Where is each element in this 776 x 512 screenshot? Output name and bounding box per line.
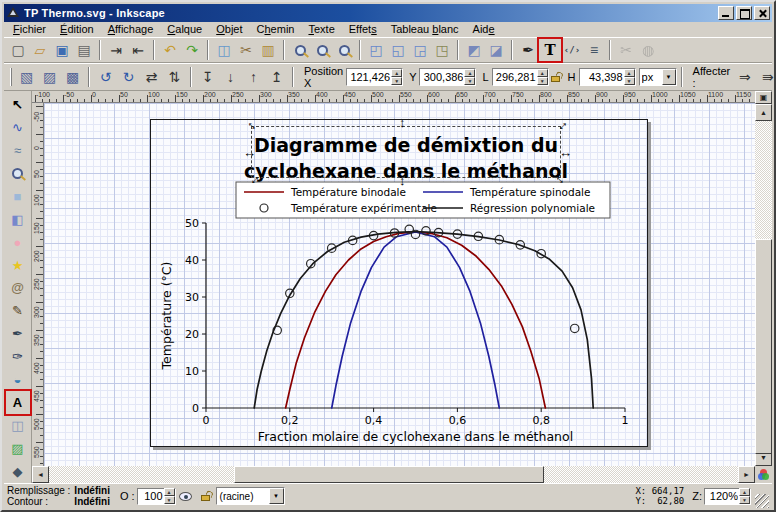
current-layer-select[interactable]: (racine) <box>217 491 269 502</box>
height-input[interactable] <box>580 70 624 84</box>
width-input[interactable] <box>493 70 537 84</box>
zoom-input[interactable] <box>705 489 739 503</box>
close-button[interactable] <box>754 6 770 20</box>
paste-icon[interactable]: ▥ <box>257 39 279 61</box>
lower-to-bottom-icon[interactable]: ↧ <box>196 66 219 89</box>
undo-icon[interactable]: ↶ <box>159 39 181 61</box>
ellipse-tool-icon[interactable]: ● <box>6 231 30 254</box>
paste-in-place-icon[interactable]: ◳ <box>431 39 453 61</box>
vertical-ruler[interactable]: -50050100150200250300350400450500550600 <box>32 103 44 466</box>
paint-bucket-tool-icon[interactable]: ◒ <box>6 368 30 391</box>
scale-handle-icon[interactable]: ↕ <box>399 116 406 129</box>
scroll-up-icon[interactable]: ▲ <box>755 104 772 121</box>
deselect-icon[interactable]: ▩ <box>61 66 84 89</box>
position-x-stepper[interactable]: ▲▼ <box>391 69 402 85</box>
select-all-layers-icon[interactable]: ▨ <box>38 66 61 89</box>
flip-vertical-icon[interactable]: ⇅ <box>163 66 186 89</box>
layer-dropdown-icon[interactable]: ▼ <box>269 488 284 504</box>
zoom-page-icon[interactable] <box>333 39 355 61</box>
create-clone-icon[interactable]: ◱ <box>387 39 409 61</box>
menu-fichier[interactable]: Fichier <box>6 22 53 37</box>
menu-calque[interactable]: Calque <box>160 22 209 37</box>
unit-dropdown-icon[interactable]: ▼ <box>662 69 676 85</box>
print-document-icon[interactable]: ▤ <box>73 39 95 61</box>
opacity-stepper[interactable]: ▲▼ <box>164 488 175 504</box>
hscroll-thumb[interactable] <box>234 466 544 483</box>
menu--dition[interactable]: Édition <box>53 22 101 37</box>
menu-objet[interactable]: Objet <box>209 22 249 37</box>
maximize-button[interactable] <box>736 6 752 20</box>
xml-editor-icon[interactable]: ‹/› <box>561 39 583 61</box>
menu-tableau-blanc[interactable]: Tableau blanc <box>384 22 466 37</box>
scale-handle-icon[interactable]: ↕ <box>399 174 406 187</box>
new-document-icon[interactable]: ▢ <box>7 39 29 61</box>
scale-handle-icon[interactable]: ↔ <box>559 146 572 159</box>
raise-to-top-icon[interactable]: ↥ <box>265 66 288 89</box>
menu-aide[interactable]: Aide <box>466 22 502 37</box>
lower-one-step-icon[interactable]: ↓ <box>219 66 242 89</box>
zoom-selection-icon[interactable] <box>289 39 311 61</box>
zoom-stepper[interactable]: ▲▼ <box>739 488 750 504</box>
spiral-tool-icon[interactable]: @ <box>6 277 30 300</box>
position-y-stepper[interactable]: ▲▼ <box>464 69 475 85</box>
text-tool-icon[interactable]: A <box>6 391 30 414</box>
connector-tool-icon[interactable]: ◫ <box>6 414 30 437</box>
vscroll-thumb[interactable] <box>755 239 772 454</box>
layer-lock-icon[interactable] <box>197 487 215 505</box>
edit-clips-dialog-icon[interactable]: ◪ <box>485 39 507 61</box>
import-bitmap-icon[interactable]: ⇥ <box>105 39 127 61</box>
unit-select[interactable] <box>640 70 662 84</box>
zoom-drawing-icon[interactable] <box>311 39 333 61</box>
copy-icon[interactable]: ◫ <box>213 39 235 61</box>
resize-grip[interactable] <box>755 494 769 508</box>
color-management-corner[interactable] <box>755 466 772 483</box>
export-bitmap-icon[interactable]: ⇤ <box>127 39 149 61</box>
rectangle-tool-icon[interactable]: ■ <box>6 185 30 208</box>
bezier-pen-tool-icon[interactable]: ✒ <box>6 322 30 345</box>
selector-tool-icon[interactable]: ↖ <box>6 93 30 116</box>
affect-scale-icon[interactable]: ⇛ <box>756 66 776 89</box>
dropper-tool-icon[interactable]: ◆ <box>6 460 30 483</box>
select-all-icon[interactable]: ▧ <box>15 66 38 89</box>
document-page[interactable]: 00,20,40,60,8101020304050Fraction molair… <box>150 119 648 447</box>
width-stepper[interactable]: ▲▼ <box>537 69 548 85</box>
rotate-ccw-icon[interactable]: ↺ <box>94 66 117 89</box>
scroll-right-icon[interactable]: ► <box>738 466 755 483</box>
position-y-input[interactable] <box>420 70 464 84</box>
edit-paths-dialog-icon[interactable]: ◩ <box>463 39 485 61</box>
menu-chemin[interactable]: Chemin <box>250 22 302 37</box>
menu-texte[interactable]: Texte <box>301 22 341 37</box>
horizontal-scrollbar[interactable]: ◄ ► <box>32 466 755 483</box>
affect-move-icon[interactable]: ⇒ <box>733 66 756 89</box>
text-dialog-icon[interactable]: T <box>539 39 561 61</box>
position-x-input[interactable] <box>347 70 391 84</box>
opacity-input[interactable] <box>138 489 164 503</box>
open-document-icon[interactable]: ▱ <box>29 39 51 61</box>
tweak-tool-icon[interactable]: ≈ <box>6 139 30 162</box>
menu-affichage[interactable]: Affichage <box>101 22 161 37</box>
redo-icon[interactable]: ↷ <box>181 39 203 61</box>
vertical-scrollbar[interactable]: ▣ ▲ ▼ <box>755 91 772 466</box>
save-document-icon[interactable]: ▣ <box>51 39 73 61</box>
cms-toggle-icon[interactable]: ▣ <box>755 91 772 104</box>
unlink-clone-icon[interactable]: ◲ <box>409 39 431 61</box>
star-tool-icon[interactable]: ★ <box>6 254 30 277</box>
box3d-tool-icon[interactable]: ◧ <box>6 208 30 231</box>
zoom-tool-icon[interactable] <box>6 162 30 185</box>
stroke-value[interactable]: Indéfini <box>74 496 110 507</box>
node-editor-tool-icon[interactable]: ∿ <box>6 116 30 139</box>
duplicate-icon[interactable]: ◰ <box>365 39 387 61</box>
layer-visibility-icon[interactable] <box>177 487 195 505</box>
horizontal-ruler[interactable]: -100-50050100150200250300350400450500550… <box>32 91 755 103</box>
rotate-cw-icon[interactable]: ↻ <box>117 66 140 89</box>
flip-horizontal-icon[interactable]: ⇄ <box>140 66 163 89</box>
scroll-left-icon[interactable]: ◄ <box>32 466 49 483</box>
scale-handle-icon[interactable]: ↔ <box>243 146 256 159</box>
align-distribute-dialog-icon[interactable]: ≡ <box>583 39 605 61</box>
canvas[interactable]: 00,20,40,60,8101020304050Fraction molair… <box>44 103 755 466</box>
minimize-button[interactable] <box>718 6 734 20</box>
fill-stroke-dialog-icon[interactable]: ✒ <box>517 39 539 61</box>
fill-value[interactable]: Indéfini <box>74 485 110 496</box>
cut-icon[interactable]: ✂ <box>235 39 257 61</box>
height-stepper[interactable]: ▲▼ <box>624 69 635 85</box>
